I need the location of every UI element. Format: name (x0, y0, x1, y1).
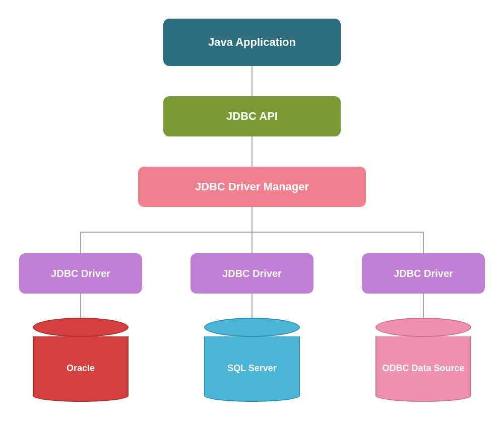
jdbc-driver-right-node: JDBC Driver (362, 253, 485, 294)
oracle-database-node: Oracle (21, 318, 140, 402)
architecture-diagram: Java Application JDBC API JDBC Driver Ma… (10, 7, 494, 419)
jdbc-api-node: JDBC API (163, 96, 341, 136)
java-application-node: Java Application (163, 19, 341, 66)
jdbc-driver-center-node: JDBC Driver (191, 253, 313, 294)
jdbc-driver-left-node: JDBC Driver (19, 253, 142, 294)
driver-manager-node: JDBC Driver Manager (138, 167, 366, 207)
sql-server-database-node: SQL Server (193, 318, 311, 402)
odbc-database-node: ODBC Data Source (364, 318, 483, 402)
